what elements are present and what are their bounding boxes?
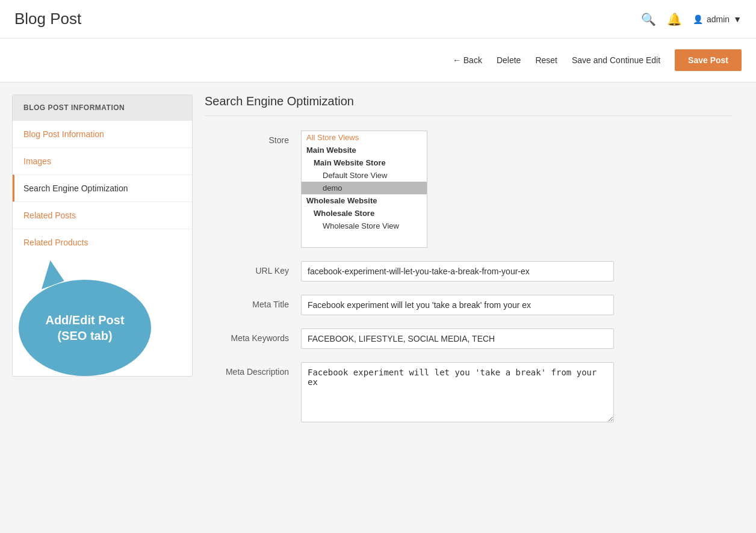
action-bar: ← Back Delete Reset Save and Continue Ed… bbox=[0, 39, 756, 82]
bell-icon[interactable]: 🔔 bbox=[667, 12, 682, 26]
save-post-button[interactable]: Save Post bbox=[675, 49, 742, 71]
meta-description-row: Meta Description bbox=[205, 362, 732, 424]
store-label: Store bbox=[205, 131, 301, 145]
reset-button[interactable]: Reset bbox=[535, 55, 557, 65]
sidebar: BLOG POST INFORMATION Blog Post Informat… bbox=[12, 94, 193, 377]
sidebar-item-seo[interactable]: Search Engine Optimization bbox=[13, 174, 192, 202]
search-icon[interactable]: 🔍 bbox=[641, 12, 656, 26]
main-content: BLOG POST INFORMATION Blog Post Informat… bbox=[0, 94, 756, 455]
sidebar-item-images[interactable]: Images bbox=[13, 147, 192, 174]
store-option-main-website[interactable]: Main Website bbox=[302, 144, 427, 156]
store-field: All Store Views Main Website Main Websit… bbox=[301, 131, 614, 248]
sidebar-item-blog-post-info[interactable]: Blog Post Information bbox=[13, 120, 192, 147]
header-right: 🔍 🔔 👤 admin ▼ bbox=[641, 12, 742, 26]
speech-bubble: Add/Edit Post(SEO tab) bbox=[19, 280, 151, 376]
meta-keywords-label: Meta Keywords bbox=[205, 328, 301, 343]
store-option-wholesale-store[interactable]: Wholesale Store bbox=[302, 207, 427, 220]
speech-bubble-text: Add/Edit Post(SEO tab) bbox=[45, 312, 124, 344]
admin-label: admin bbox=[707, 14, 730, 24]
meta-description-input[interactable] bbox=[301, 362, 614, 422]
sidebar-item-related-products[interactable]: Related Products bbox=[13, 229, 192, 256]
content-area: Search Engine Optimization Store All Sto… bbox=[193, 94, 744, 455]
store-listbox[interactable]: All Store Views Main Website Main Websit… bbox=[301, 131, 427, 248]
meta-keywords-field bbox=[301, 328, 614, 349]
page-title: Blog Post bbox=[14, 10, 81, 28]
top-header: Blog Post 🔍 🔔 👤 admin ▼ bbox=[0, 0, 756, 39]
meta-title-row: Meta Title bbox=[205, 295, 732, 315]
url-key-label: URL Key bbox=[205, 261, 301, 276]
meta-keywords-input[interactable] bbox=[301, 328, 614, 349]
user-icon: 👤 bbox=[693, 14, 703, 24]
meta-description-label: Meta Description bbox=[205, 362, 301, 377]
save-continue-button[interactable]: Save and Continue Edit bbox=[572, 55, 660, 65]
meta-title-label: Meta Title bbox=[205, 295, 301, 309]
delete-button[interactable]: Delete bbox=[497, 55, 521, 65]
meta-title-field bbox=[301, 295, 614, 315]
back-button[interactable]: ← Back bbox=[453, 55, 482, 65]
store-option-all[interactable]: All Store Views bbox=[302, 131, 427, 144]
store-option-wholesale-website[interactable]: Wholesale Website bbox=[302, 194, 427, 207]
speech-bubble-wrapper: Add/Edit Post(SEO tab) bbox=[19, 280, 192, 376]
admin-user-menu[interactable]: 👤 admin ▼ bbox=[693, 14, 742, 24]
meta-keywords-row: Meta Keywords bbox=[205, 328, 732, 349]
sidebar-item-related-posts[interactable]: Related Posts bbox=[13, 202, 192, 229]
meta-title-input[interactable] bbox=[301, 295, 614, 315]
store-option-wholesale-store-view[interactable]: Wholesale Store View bbox=[302, 220, 427, 232]
section-title: Search Engine Optimization bbox=[205, 94, 732, 116]
url-key-field bbox=[301, 261, 614, 282]
url-key-input[interactable] bbox=[301, 261, 614, 282]
store-row: Store All Store Views Main Website Main … bbox=[205, 131, 732, 248]
meta-description-field bbox=[301, 362, 614, 424]
store-option-default-store-view[interactable]: Default Store View bbox=[302, 169, 427, 182]
url-key-row: URL Key bbox=[205, 261, 732, 282]
store-option-demo[interactable]: demo bbox=[302, 182, 427, 194]
store-option-main-website-store[interactable]: Main Website Store bbox=[302, 156, 427, 169]
sidebar-header: BLOG POST INFORMATION bbox=[13, 95, 192, 120]
chevron-down-icon: ▼ bbox=[733, 14, 742, 24]
